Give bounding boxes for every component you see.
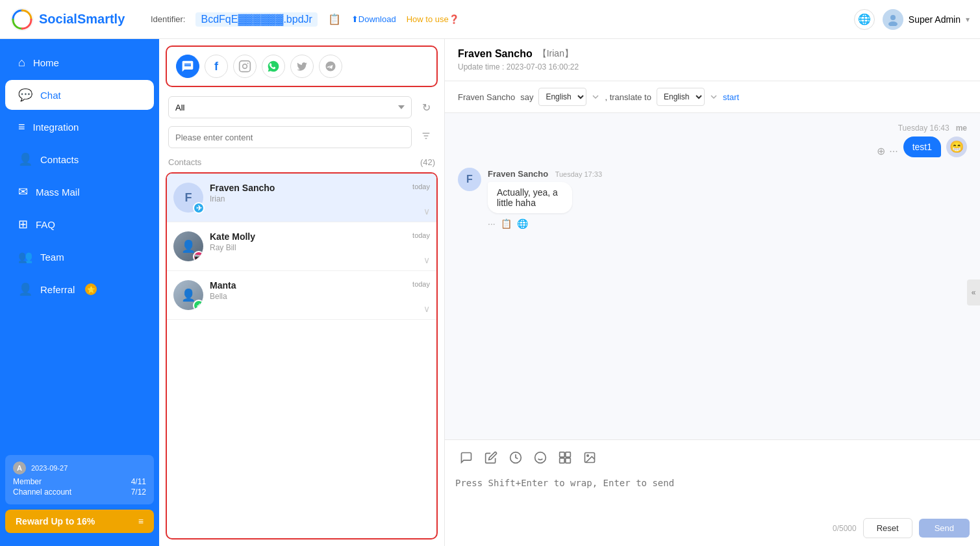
platform-all-chats[interactable] xyxy=(176,55,199,78)
contact-preview-fraven: Irian xyxy=(210,194,406,203)
sidebar-item-referral[interactable]: 👤 Referral ⭐ xyxy=(5,274,154,304)
add-reaction-icon[interactable]: ⊕ xyxy=(877,145,885,157)
translate-to-label: , translate to xyxy=(605,92,651,102)
message-group-outgoing: Tuesday 16:43 me ⊕ ··· test1 😁 xyxy=(458,124,967,157)
refresh-button[interactable]: ↻ xyxy=(417,98,435,116)
chat-header: Fraven Sancho 【Irian】 Update time : 2023… xyxy=(445,39,980,81)
user-info[interactable]: Super Admin ▾ xyxy=(883,9,970,30)
image-button[interactable] xyxy=(579,447,601,469)
channel-value: 7/12 xyxy=(131,488,146,497)
contact-info-fraven: Fraven Sancho Irian xyxy=(210,183,406,203)
sidebar-item-team[interactable]: 👥 Team xyxy=(5,242,154,272)
char-count: 0/5000 xyxy=(833,524,857,533)
channel-label: Channel account xyxy=(13,488,71,497)
outgoing-emoji: 😁 xyxy=(949,140,964,154)
chevron-manta-icon: ∨ xyxy=(423,304,430,314)
chat-main: Fraven Sancho 【Irian】 Update time : 2023… xyxy=(445,39,980,546)
translate-input-button[interactable] xyxy=(554,447,576,469)
chevron-down-icon[interactable]: ▾ xyxy=(966,15,970,24)
platform-whatsapp[interactable] xyxy=(262,55,285,78)
sidebar-item-label-contacts: Contacts xyxy=(40,154,79,165)
say-label: say xyxy=(520,92,533,102)
platform-telegram[interactable] xyxy=(319,55,342,78)
contact-preview-kate: Ray Bill xyxy=(210,243,406,252)
svg-point-1 xyxy=(890,15,896,20)
filter-button[interactable] xyxy=(417,128,435,146)
contact-preview-manta: Bella xyxy=(210,292,406,301)
svg-point-7 xyxy=(535,452,546,463)
sidebar-item-home[interactable]: ⌂ Home xyxy=(5,48,154,77)
reset-button[interactable]: Reset xyxy=(863,518,912,538)
target-lang-select[interactable]: English xyxy=(657,88,705,106)
message-input[interactable] xyxy=(445,473,980,512)
incoming-content: Fraven Sancho Tuesday 17:33 Actually, ye… xyxy=(488,168,609,229)
incoming-avatar: F xyxy=(458,168,481,191)
incoming-message: F Fraven Sancho Tuesday 17:33 Actually, … xyxy=(458,168,967,229)
search-input[interactable] xyxy=(168,126,412,148)
contact-item-kate[interactable]: 👤 📷 Kate Molly Ray Bill today ∨ xyxy=(167,222,436,271)
input-footer: 0/5000 Reset Send xyxy=(445,514,980,546)
chat-name: Fraven Sancho xyxy=(458,48,533,60)
message-translate-icon[interactable]: 🌐 xyxy=(517,218,528,229)
outgoing-message: ⊕ ··· test1 😁 xyxy=(458,136,967,157)
reward-bar[interactable]: Reward Up to 16% ≡ xyxy=(5,510,154,533)
emoji-button[interactable] xyxy=(529,447,551,469)
more-options-icon[interactable]: ··· xyxy=(889,146,898,157)
contact-name-kate: Kate Molly xyxy=(210,231,406,242)
member-value: 4/11 xyxy=(131,477,146,486)
history-button[interactable] xyxy=(505,447,527,469)
contacts-icon: 👤 xyxy=(18,152,32,166)
howto-link[interactable]: How to use❓ xyxy=(407,14,459,24)
contact-time-kate: today xyxy=(412,231,430,239)
incoming-bubble: Actually, yea, a little haha xyxy=(488,182,572,213)
identifier-label: Identifier: xyxy=(151,14,185,24)
platform-facebook[interactable]: f xyxy=(205,55,228,78)
contact-item-manta[interactable]: 👤 ✓ Manta Bella today ∨ xyxy=(167,271,436,320)
contact-name-fraven: Fraven Sancho xyxy=(210,183,406,193)
sidebar-item-mass-mail[interactable]: ✉ Mass Mail xyxy=(5,177,154,207)
globe-icon[interactable]: 🌐 xyxy=(854,9,875,30)
edit-button[interactable] xyxy=(480,447,502,469)
sidebar-item-contacts[interactable]: 👤 Contacts xyxy=(5,144,154,174)
download-link[interactable]: ⬆Download xyxy=(351,14,396,24)
outgoing-bubble: test1 xyxy=(903,136,941,157)
main-layout: ⌂ Home 💬 Chat ≡ Integration 👤 Contacts ✉… xyxy=(0,39,980,546)
message-more-icon[interactable]: ··· xyxy=(488,218,496,229)
contact-time-manta: today xyxy=(412,280,430,288)
logo-icon xyxy=(10,8,34,31)
sidebar-item-integration[interactable]: ≡ Integration xyxy=(5,112,154,142)
platform-instagram[interactable] xyxy=(233,55,257,78)
svg-rect-10 xyxy=(560,452,565,458)
incoming-time: Tuesday 17:33 xyxy=(555,170,602,178)
chat-icon: 💬 xyxy=(18,88,32,102)
whatsapp-badge-manta: ✓ xyxy=(193,300,203,310)
incoming-actions: ··· 📋 🌐 xyxy=(488,218,609,229)
telegram-badge: ✈ xyxy=(193,202,205,214)
sidebar-item-label-integration: Integration xyxy=(33,122,79,133)
integration-icon: ≡ xyxy=(18,120,25,134)
collapse-panel-button[interactable]: « xyxy=(967,280,980,306)
quick-reply-button[interactable] xyxy=(455,447,477,469)
faq-icon: ⊞ xyxy=(18,217,28,231)
send-button[interactable]: Send xyxy=(919,519,970,538)
input-toolbar xyxy=(445,440,980,473)
source-lang-select[interactable]: English xyxy=(538,88,586,106)
sidebar-item-label-chat: Chat xyxy=(40,90,61,101)
filter-select[interactable]: All xyxy=(168,96,412,118)
message-note-icon[interactable]: 📋 xyxy=(501,218,512,229)
contact-item-fraven[interactable]: F ✈ Fraven Sancho Irian today ∨ xyxy=(167,174,436,222)
contact-avatar-kate: 👤 📷 xyxy=(173,231,203,261)
sidebar-item-label-faq: FAQ xyxy=(36,219,55,230)
sidebar-item-chat[interactable]: 💬 Chat xyxy=(5,80,154,110)
svg-point-4 xyxy=(243,64,247,69)
account-box: A 2023-09-27 Member 4/11 Channel account… xyxy=(5,455,154,504)
outgoing-avatar: 😁 xyxy=(946,136,967,157)
outgoing-sender: me xyxy=(956,124,967,133)
sidebar-item-faq[interactable]: ⊞ FAQ xyxy=(5,209,154,239)
account-initial: A xyxy=(13,462,26,474)
contacts-count: (42) xyxy=(420,157,435,167)
start-translation-button[interactable]: start xyxy=(723,92,739,102)
platform-twitter[interactable] xyxy=(290,55,314,78)
copy-icon[interactable]: 📋 xyxy=(328,13,341,25)
filter-row: All ↻ xyxy=(159,92,444,122)
